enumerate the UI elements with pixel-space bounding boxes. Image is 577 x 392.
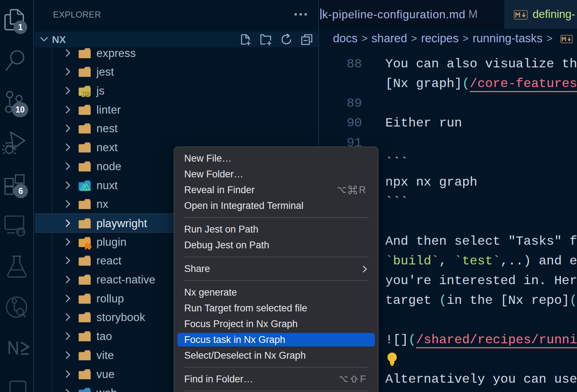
svg-text:JS: JS xyxy=(81,90,90,99)
